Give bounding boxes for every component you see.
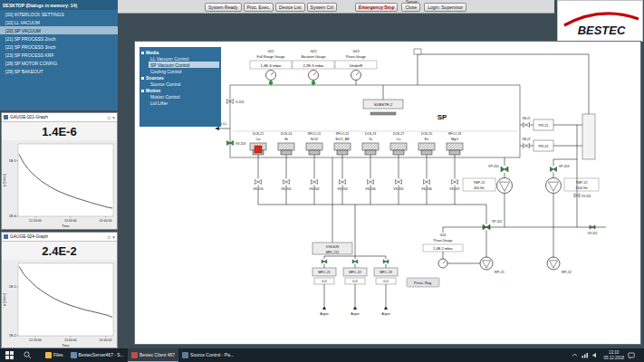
app-icon — [45, 352, 52, 358]
nav-item[interactable]: LL Vacuum Control — [149, 55, 219, 62]
desktop-dialog-item[interactable]: [21] SP PROCESS 2inch — [0, 34, 118, 43]
topbar-button[interactable]: Device List — [275, 3, 304, 12]
desktop-dialog-item[interactable]: [22] SP PROCESS 3inch — [0, 43, 118, 51]
chamber-label: SP — [437, 113, 447, 121]
y-tick-label: 1E-5 — [9, 159, 16, 163]
taskbar-app-button[interactable]: Bestec Client 467 — [128, 348, 178, 362]
sp-vacuum-control-window: MediaLL Vacuum ControlSP Vacuum ControlC… — [134, 41, 641, 345]
valve-VS-205[interactable] — [396, 180, 402, 185]
valve-VS-202[interactable] — [312, 180, 318, 185]
gauge-valve-indicator[interactable] — [312, 81, 315, 85]
taskbar-app-button[interactable]: BestecServer467 - S... — [67, 348, 128, 362]
valve-VP-203[interactable] — [551, 167, 557, 172]
gauge-valve-indicator[interactable] — [269, 81, 273, 85]
mfc-valve[interactable] — [383, 260, 389, 263]
valve-VS-210[interactable] — [255, 180, 262, 185]
source-material-label: SiO2_BE — [335, 138, 350, 141]
gun-head — [281, 150, 292, 155]
pump-id-label: TMP-21 — [474, 181, 485, 185]
source-id-label: RFCO-23 — [448, 132, 462, 136]
nav-item[interactable]: Lid Lifter — [149, 100, 219, 106]
desktop-dialog-item[interactable]: [10] LL VACUUM — [0, 18, 118, 26]
mfc-value-label: 0,0 — [383, 279, 389, 283]
pump-label: RP-22 — [562, 271, 572, 274]
desktop-dialog-item[interactable]: [29] SP BAKEOUT — [0, 67, 118, 75]
nav-item[interactable]: SP Vacuum Control — [149, 62, 219, 68]
source-material-label: Ta — [369, 138, 373, 141]
mfc-id-label: MFC-21 — [318, 271, 331, 274]
x-tick-label: 12:40:00 — [64, 338, 77, 342]
tray-date: 05.12.2018 — [603, 356, 624, 360]
section-bullet-icon — [141, 90, 144, 92]
valve-VS-204[interactable] — [368, 180, 374, 185]
login-button[interactable]: Login: Supervisor — [424, 3, 466, 12]
emergency-stop-button[interactable]: Emergency Stop — [355, 3, 398, 12]
network-icon[interactable] — [582, 352, 589, 358]
clock[interactable]: 13:10 05.12.2018 — [603, 350, 624, 360]
mfc-valve[interactable] — [352, 260, 358, 263]
valve-VS-201[interactable] — [284, 180, 290, 185]
arrow-left-icon — [215, 127, 219, 130]
valve-VB-22[interactable] — [524, 144, 530, 148]
source-id-label: DCS-23 — [365, 132, 376, 136]
sputter-gun-hatch — [390, 143, 407, 150]
maximize-button[interactable]: □ — [108, 234, 111, 240]
app-icon — [71, 352, 77, 358]
window-titlebar[interactable]: GAUGE-024-Graph □ × — [2, 233, 117, 242]
valve-VS-203[interactable] — [340, 180, 346, 185]
x-tick-label: 12:40:00 — [64, 219, 77, 223]
close-button[interactable]: Close — [401, 3, 420, 12]
start-button[interactable] — [0, 348, 18, 362]
valve-VS-206[interactable] — [424, 180, 430, 185]
nav-item[interactable]: Source Control — [149, 81, 219, 87]
notification-center-icon[interactable] — [628, 352, 635, 359]
topbar-button[interactable]: Proc. Exec. — [244, 3, 274, 12]
source-material-label: Co — [256, 138, 261, 141]
close-button[interactable]: × — [112, 115, 115, 120]
desktop-dialog-item[interactable]: [20] SP VACUUM — [0, 26, 118, 34]
taskbar-app-list: FilesBestecServer467 - S...Bestec Client… — [42, 348, 237, 362]
pump-label: RP-21 — [495, 271, 505, 274]
gun-head — [365, 150, 376, 155]
gun-head — [309, 150, 320, 155]
taskbar-app-button[interactable]: Files — [42, 348, 67, 362]
source-material-label: Fe — [425, 138, 428, 141]
valve-VP-201[interactable] — [501, 167, 508, 172]
pressure-chart: 1E-11E-212:20:0012:40:0001:00:00p [mbar]… — [2, 260, 117, 348]
topbar-button[interactable]: System Ctrl — [307, 3, 338, 12]
gauge-value-label: 1,4E-6 mbar — [260, 63, 282, 68]
y-tick-label: 1E-6 — [9, 214, 16, 218]
alarm-indicator[interactable] — [255, 146, 262, 153]
desktop-dialog-panel: DESKTOP (Dialogs in memory: 14) [00] INT… — [0, 0, 118, 110]
taskbar-app-button[interactable]: Source Control - Pa... — [178, 348, 237, 362]
source-material-label: MgO — [451, 138, 458, 141]
source-id-label: DCS-21 — [253, 132, 264, 136]
control-nav-tree: MediaLL Vacuum ControlSP Vacuum ControlC… — [139, 47, 221, 127]
source-id-label: RFCO-21 — [308, 132, 322, 136]
gauge-value-display: 1.4E-6 — [2, 122, 117, 140]
nav-item[interactable]: Cooling Control — [149, 68, 219, 74]
gas-arrow-icon — [322, 306, 326, 310]
close-button[interactable]: × — [112, 234, 115, 240]
mfc-valve[interactable] — [322, 260, 327, 263]
desktop-dialog-item[interactable]: [00] INTERLOCK SETTINGS — [0, 10, 118, 18]
gun-head — [449, 150, 460, 155]
window-titlebar[interactable]: GAUGE-021-Graph □ × — [2, 113, 117, 122]
volume-icon[interactable] — [592, 352, 600, 358]
taskbar-search-button[interactable] — [18, 348, 36, 362]
desktop-dialog-item[interactable]: [23] SP PROCESS KRF — [0, 51, 118, 59]
logo-text: BESTEC — [577, 24, 625, 37]
valve-VB-21[interactable] — [524, 123, 530, 128]
tray-expand-icon[interactable] — [572, 352, 578, 358]
valve-VV-202[interactable] — [590, 225, 595, 229]
pump-speed-label: 1500 Hz — [575, 186, 588, 190]
plot-area — [18, 263, 113, 336]
topbar-button[interactable]: System Ready — [205, 3, 242, 12]
substrate-label: SUBSTR-2 — [374, 102, 393, 107]
nav-item[interactable]: Motion Control — [149, 93, 219, 100]
maximize-button[interactable]: □ — [108, 115, 111, 120]
desktop-dialog-item[interactable]: [28] SP MOTOR CONFIG — [0, 59, 118, 67]
iongun-label: MFC-211 — [326, 251, 340, 254]
substrate-holder — [370, 112, 396, 115]
valve-VS-207[interactable] — [452, 180, 458, 185]
